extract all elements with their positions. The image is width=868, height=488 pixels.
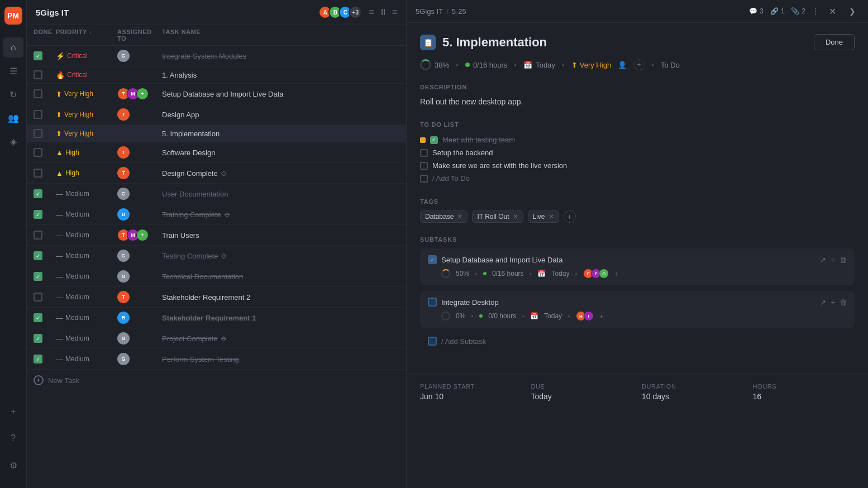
subtask-add[interactable]: + <box>831 298 835 307</box>
comment-count: 3 <box>760 7 764 15</box>
col-assigned: ASSIGNED TO <box>117 28 162 42</box>
hours-label: HOURS <box>753 383 855 390</box>
app-logo[interactable]: PM <box>4 7 22 25</box>
tag-badge: Database ✕ <box>420 210 468 223</box>
task-checkbox[interactable] <box>34 129 42 138</box>
table-row[interactable]: ✓ —Medium B Training Complete ◇ <box>27 204 406 225</box>
table-row[interactable]: ✓ —Medium G Perform System Testing <box>27 349 406 370</box>
comment-action[interactable]: 💬 3 <box>749 7 764 15</box>
todo-checkbox[interactable] <box>420 149 428 157</box>
subtask-external-link[interactable]: ↗ <box>820 298 826 307</box>
planned-start-value[interactable]: Jun 10 <box>420 392 522 401</box>
duration-value[interactable]: 10 days <box>642 392 744 401</box>
task-checkbox[interactable] <box>34 293 42 302</box>
nav-team-icon[interactable]: 👥 <box>3 108 23 128</box>
list-view-icon[interactable]: ≡ <box>369 7 374 17</box>
medium-icon: — <box>56 190 63 198</box>
done-button[interactable]: Done <box>814 34 855 50</box>
nav-settings-icon[interactable]: ⚙ <box>3 455 23 475</box>
table-row[interactable]: ✓ —Medium B Stakeholder Requirement 1 <box>27 308 406 328</box>
menu-icon[interactable]: ≡ <box>392 7 397 17</box>
close-panel-button[interactable]: ✕ <box>826 4 839 18</box>
sidebar-nav: PM ⌂ ☰ ↻ 👥 ◈ ＋ ? ⚙ <box>0 0 27 488</box>
link-action[interactable]: 🔗 1 <box>770 7 785 15</box>
nav-tasks-icon[interactable]: ☰ <box>3 61 23 81</box>
progress-meta[interactable]: 38% <box>420 59 449 70</box>
subtask-add-meta[interactable]: + <box>599 312 604 320</box>
table-row[interactable]: ▲High T Software Design <box>27 142 406 163</box>
attach-action[interactable]: 📎 2 <box>791 7 805 15</box>
nav-help-icon[interactable]: ? <box>3 428 23 448</box>
nav-home-icon[interactable]: ⌂ <box>3 37 23 58</box>
table-row[interactable]: —Medium T Stakeholder Requirement 2 <box>27 287 406 308</box>
nav-add-icon[interactable]: ＋ <box>3 401 23 422</box>
table-row[interactable]: ⬆Very High 5. Implementation <box>27 125 406 142</box>
task-checkbox[interactable]: ✓ <box>34 251 42 260</box>
priority-badge: ⬆Very High <box>56 111 117 119</box>
task-checkbox[interactable] <box>34 89 42 98</box>
table-row[interactable]: ✓ ⚡Critical G Integrate System Modules <box>27 46 406 66</box>
table-row[interactable]: ⬆Very High T M + Setup Database and Impo… <box>27 84 406 104</box>
attach-icon: 📎 <box>791 7 799 15</box>
add-todo-button[interactable]: / Add To Do <box>420 172 855 185</box>
subtask-checkbox[interactable]: ✓ <box>428 255 437 264</box>
task-checkbox[interactable]: ✓ <box>34 51 42 60</box>
new-task-row[interactable]: + New Task <box>27 370 406 391</box>
subtask-add[interactable]: + <box>831 256 835 264</box>
hours-value[interactable]: 16 <box>753 392 855 401</box>
add-subtask-button[interactable]: / Add Subtask <box>420 333 855 349</box>
priority-meta[interactable]: ⬆ Very High <box>571 61 611 69</box>
task-checkbox[interactable] <box>34 169 42 178</box>
table-row[interactable]: ▲High T Design Complete ◇ <box>27 163 406 184</box>
subtask-external-link[interactable]: ↗ <box>820 256 826 264</box>
task-checkbox[interactable]: ✓ <box>34 272 42 281</box>
task-checkbox[interactable]: ✓ <box>34 334 42 343</box>
tag-database-remove[interactable]: ✕ <box>457 213 462 221</box>
breadcrumb-sprint[interactable]: 5-25 <box>452 7 466 16</box>
task-checkbox[interactable]: ✓ <box>34 210 42 219</box>
task-checkbox[interactable] <box>34 231 42 240</box>
table-row[interactable]: ⬆Very High T Design App <box>27 104 406 125</box>
table-row[interactable]: ✓ —Medium G Technical Documentation <box>27 266 406 287</box>
avatar-count[interactable]: +3 <box>349 6 362 19</box>
date-meta[interactable]: 📅 Today <box>523 61 555 69</box>
task-checkbox[interactable]: ✓ <box>34 355 42 363</box>
status-meta[interactable]: To Do <box>661 61 680 69</box>
task-name: Design Complete ◇ <box>162 169 399 178</box>
assignee-cell: T <box>117 108 162 121</box>
avatar: + <box>136 88 149 100</box>
tag-itrollout-remove[interactable]: ✕ <box>513 213 518 221</box>
todo-checkbox[interactable] <box>420 162 428 170</box>
task-checkbox[interactable]: ✓ <box>34 313 42 322</box>
collapse-panel-button[interactable]: ❯ <box>846 4 859 18</box>
table-row[interactable]: ✓ —Medium G Project Complete ◇ <box>27 328 406 349</box>
table-row[interactable]: ✓ —Medium G Testing Complete ◇ <box>27 246 406 266</box>
tags-row: Database ✕ IT Roll Out ✕ Live ✕ + <box>420 210 855 223</box>
column-view-icon[interactable]: ⏸ <box>379 7 388 17</box>
breadcrumb-project[interactable]: 5Gigs IT <box>416 7 443 16</box>
tag-live-remove[interactable]: ✕ <box>549 213 554 221</box>
priority-badge: ⬆Very High <box>56 90 117 98</box>
add-tag-button[interactable]: + <box>564 210 576 223</box>
nav-activity-icon[interactable]: ↻ <box>3 84 23 104</box>
more-options-button[interactable]: ⋮ <box>812 7 819 15</box>
new-task-plus-icon: + <box>34 375 44 385</box>
add-assignee-button[interactable]: + <box>633 59 645 70</box>
assignee-meta[interactable]: 👤 <box>618 61 627 69</box>
todo-checkbox[interactable] <box>430 136 438 144</box>
table-row[interactable]: 🔥Critical 1. Analysis <box>27 66 406 84</box>
task-checkbox[interactable] <box>34 110 42 119</box>
breadcrumb: 5Gigs IT / 5-25 <box>416 7 745 16</box>
table-row[interactable]: ✓ —Medium G User Documentation <box>27 184 406 204</box>
subtask-delete[interactable]: 🗑 <box>840 256 847 264</box>
subtask-add-meta[interactable]: + <box>614 270 619 278</box>
task-checkbox[interactable]: ✓ <box>34 189 42 198</box>
table-row[interactable]: —Medium T M + Train Users <box>27 225 406 246</box>
due-value[interactable]: Today <box>531 392 633 401</box>
hours-meta[interactable]: 0/16 hours <box>465 61 507 69</box>
task-checkbox[interactable] <box>34 148 42 157</box>
subtask-delete[interactable]: 🗑 <box>840 298 847 307</box>
task-checkbox[interactable] <box>34 70 42 79</box>
nav-pin-icon[interactable]: ◈ <box>3 131 23 151</box>
subtask-checkbox[interactable] <box>428 298 437 307</box>
